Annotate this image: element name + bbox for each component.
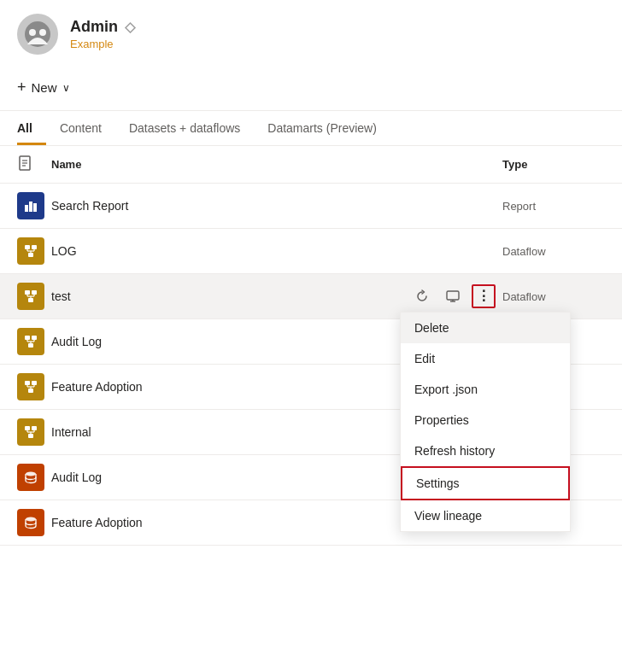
- item-name: LOG: [51, 244, 502, 258]
- row-icon-col: [17, 283, 51, 310]
- svg-rect-38: [32, 381, 37, 385]
- svg-rect-47: [28, 434, 33, 438]
- tab-datasets[interactable]: Datasets + dataflows: [115, 111, 254, 145]
- chevron-down-icon: ∨: [62, 82, 70, 94]
- table-row: LOG Dataflow: [0, 229, 622, 274]
- svg-rect-26: [447, 291, 459, 300]
- item-name: test: [51, 289, 410, 303]
- plus-icon: +: [17, 79, 26, 96]
- monitor-icon[interactable]: [441, 284, 465, 308]
- item-name: Search Report: [51, 199, 502, 213]
- svg-rect-29: [25, 336, 30, 340]
- menu-item-delete[interactable]: Delete: [401, 313, 570, 343]
- dataflow-icon: [23, 243, 38, 259]
- svg-rect-11: [32, 245, 37, 249]
- row-icon-col: [17, 509, 51, 536]
- svg-rect-37: [25, 381, 30, 385]
- svg-rect-19: [32, 290, 37, 295]
- dataflow-type-icon: [17, 373, 44, 400]
- workspace-header: Admin ◇ Example: [0, 0, 622, 68]
- menu-item-properties[interactable]: Properties: [401, 405, 570, 435]
- header-icon-col: [17, 155, 51, 174]
- svg-rect-8: [29, 202, 32, 212]
- svg-rect-9: [33, 203, 37, 212]
- table-header: Name Type: [0, 146, 622, 184]
- tabs-bar: All Content Datasets + dataflows Datamar…: [0, 111, 622, 146]
- new-button[interactable]: + New ∨: [17, 75, 70, 100]
- svg-rect-20: [28, 298, 33, 302]
- avatar-icon: [24, 20, 51, 48]
- menu-item-settings[interactable]: Settings: [401, 466, 570, 500]
- table-row: test ⋮ Dataflow Delete Edit Expo: [0, 274, 622, 319]
- svg-rect-10: [25, 245, 30, 249]
- items-table: Name Type Search Report Report: [0, 146, 622, 546]
- tab-datamarts[interactable]: Datamarts (Preview): [254, 111, 390, 145]
- table-row: Search Report Report: [0, 184, 622, 229]
- context-menu: Delete Edit Export .json Properties Refr…: [400, 312, 571, 532]
- row-icon-col: [17, 192, 51, 219]
- item-type: Dataflow: [502, 290, 605, 303]
- dataflow-icon: [23, 289, 38, 304]
- tab-all[interactable]: All: [17, 111, 46, 145]
- svg-point-1: [29, 29, 36, 36]
- item-type: Dataflow: [502, 245, 605, 258]
- type-column-header: Type: [502, 158, 605, 171]
- row-icon-col: [17, 464, 51, 491]
- svg-point-53: [26, 472, 36, 476]
- svg-rect-30: [32, 336, 37, 340]
- document-icon: [17, 155, 34, 172]
- row-icon-col: [17, 237, 51, 265]
- workspace-subtitle: Example: [70, 38, 135, 50]
- workspace-name: Admin ◇: [70, 18, 135, 36]
- bar-chart-icon: [23, 198, 38, 213]
- more-options-button[interactable]: ⋮: [472, 284, 496, 308]
- menu-item-edit[interactable]: Edit: [401, 343, 570, 374]
- svg-rect-39: [28, 389, 33, 393]
- svg-rect-31: [28, 343, 33, 348]
- svg-point-2: [39, 29, 46, 36]
- name-column-header: Name: [51, 158, 502, 171]
- tab-content[interactable]: Content: [46, 111, 115, 145]
- datamart-type-icon: [17, 464, 44, 491]
- row-icon-col: [17, 328, 51, 355]
- svg-rect-18: [25, 290, 30, 295]
- datamart-type-icon: [17, 509, 44, 536]
- toolbar: + New ∨: [0, 68, 622, 111]
- dataflow-icon: [23, 424, 38, 440]
- workspace-info: Admin ◇ Example: [70, 18, 135, 50]
- database-icon: [23, 515, 38, 530]
- svg-rect-12: [28, 253, 33, 257]
- item-type: Report: [502, 200, 605, 213]
- dataflow-type-icon: [17, 328, 44, 355]
- dataflow-type-icon: [17, 237, 44, 265]
- dataflow-icon: [23, 334, 38, 349]
- svg-rect-45: [25, 426, 30, 430]
- svg-rect-46: [32, 426, 37, 430]
- menu-item-export-json[interactable]: Export .json: [401, 374, 570, 405]
- dataflow-icon: [23, 379, 38, 394]
- avatar: [17, 14, 58, 55]
- menu-item-view-lineage[interactable]: View lineage: [401, 500, 570, 531]
- svg-rect-7: [25, 205, 28, 212]
- premium-diamond-icon: ◇: [125, 19, 135, 35]
- row-icon-col: [17, 418, 51, 446]
- dataflow-type-icon: [17, 283, 44, 310]
- dataflow-type-icon: [17, 418, 44, 446]
- workspace-name-text: Admin: [70, 18, 118, 36]
- database-icon: [23, 470, 38, 485]
- refresh-icon[interactable]: [410, 284, 434, 308]
- svg-point-54: [26, 517, 36, 522]
- row-icon-col: [17, 373, 51, 400]
- row-actions: ⋮: [410, 284, 496, 308]
- menu-item-refresh-history[interactable]: Refresh history: [401, 435, 570, 466]
- report-type-icon: [17, 192, 44, 219]
- new-button-label: New: [32, 80, 57, 95]
